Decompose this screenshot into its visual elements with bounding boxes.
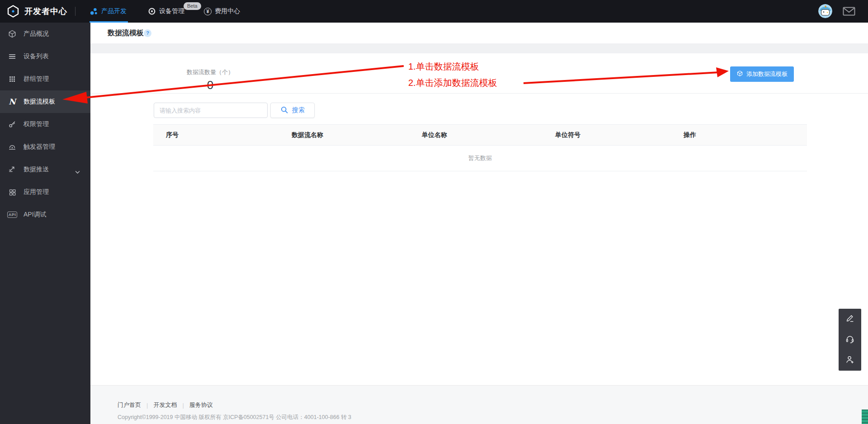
sidebar-item-label: 权限管理 bbox=[24, 120, 49, 128]
footer-link-dev-docs[interactable]: 开发文档 bbox=[153, 401, 177, 409]
column-header-unit-name: 单位名称 bbox=[422, 125, 555, 146]
chevron-down-icon[interactable] bbox=[75, 168, 80, 176]
sidebar-item-device-list[interactable]: 设备列表 bbox=[0, 45, 90, 68]
tab-product-dev[interactable]: 产品开发 bbox=[90, 0, 127, 23]
device-mgmt-icon bbox=[148, 7, 156, 15]
trigger-icon bbox=[6, 142, 18, 151]
search-button[interactable]: 搜索 bbox=[270, 103, 315, 118]
footer-links: 门户首页 | 开发文档 | 服务协议 bbox=[118, 401, 213, 409]
feedback-pencil-button[interactable] bbox=[839, 309, 861, 330]
tab-label: 费用中心 bbox=[215, 7, 240, 15]
pencil-icon bbox=[845, 313, 855, 325]
table-header-row: 序号 数据流名称 单位名称 单位符号 操作 bbox=[153, 125, 807, 146]
main-content: 数据流数量（个） 0 添加数据流模板 搜索 bbox=[90, 53, 868, 385]
search-button-label: 搜索 bbox=[292, 106, 305, 114]
sidebar-item-label: 群组管理 bbox=[24, 75, 49, 83]
empty-state-text: 暂无数据 bbox=[153, 146, 807, 171]
list-icon bbox=[6, 52, 18, 61]
sidebar-item-group-management[interactable]: 群组管理 bbox=[0, 68, 90, 90]
sidebar-item-app-management[interactable]: 应用管理 bbox=[0, 181, 90, 203]
grid-dots-icon bbox=[6, 75, 18, 83]
footer-separator: | bbox=[141, 402, 153, 409]
push-icon bbox=[6, 165, 18, 174]
tab-device-mgmt[interactable]: 设备管理 bbox=[148, 0, 184, 23]
sidebar-item-label: 设备列表 bbox=[24, 52, 49, 61]
product-dev-icon bbox=[90, 7, 98, 16]
active-tab-underline bbox=[90, 21, 128, 23]
support-headset-button[interactable] bbox=[839, 330, 861, 350]
page-header: 数据流模板 ? bbox=[90, 23, 868, 43]
stat-value: 0 bbox=[181, 78, 240, 92]
person-add-icon bbox=[845, 354, 855, 366]
add-button-label: 添加数据流模板 bbox=[746, 70, 788, 78]
sidebar-item-label: 产品概况 bbox=[24, 30, 49, 38]
screen-recorder-artifact bbox=[862, 410, 868, 424]
column-header-unit-symbol: 单位符号 bbox=[555, 125, 684, 146]
key-icon bbox=[6, 120, 18, 129]
sidebar-item-label: 应用管理 bbox=[24, 188, 49, 196]
brand-logo-icon[interactable] bbox=[6, 5, 20, 18]
datastream-table: 序号 数据流名称 单位名称 单位符号 操作 暂无数据 bbox=[153, 124, 807, 171]
cube-icon bbox=[6, 29, 18, 38]
cube-add-icon bbox=[736, 70, 743, 78]
nav-divider bbox=[75, 7, 75, 16]
penguin-avatar[interactable] bbox=[818, 4, 832, 18]
copyright-text: Copyright©1999-2019 中国移动 版权所有 京ICP备05002… bbox=[118, 414, 351, 421]
sidebar-item-trigger-management[interactable]: 触发器管理 bbox=[0, 136, 90, 158]
fee-icon: ¥ bbox=[204, 8, 212, 15]
app-grid-icon bbox=[6, 188, 18, 197]
footer-link-service-agreement[interactable]: 服务协议 bbox=[189, 401, 213, 409]
sidebar-item-product-overview[interactable]: 产品概况 bbox=[0, 23, 90, 45]
top-navbar: 开发者中心 产品开发 设备管理 Beta bbox=[0, 0, 868, 23]
headset-icon bbox=[845, 334, 855, 346]
column-header-name: 数据流名称 bbox=[292, 125, 422, 146]
footer-link-portal-home[interactable]: 门户首页 bbox=[118, 401, 141, 409]
sidebar-item-label: 触发器管理 bbox=[24, 143, 55, 151]
datastream-count-stat: 数据流数量（个） 0 bbox=[181, 68, 240, 92]
column-header-index: 序号 bbox=[153, 125, 292, 146]
help-icon[interactable]: ? bbox=[144, 29, 151, 37]
sidebar-item-datastream-template[interactable]: N 数据流模板 bbox=[0, 90, 90, 113]
sidebar-item-label: 数据流模板 bbox=[24, 98, 55, 106]
sidebar-item-api-debug[interactable]: API API调试 bbox=[0, 203, 90, 226]
page-title: 数据流模板 bbox=[108, 23, 144, 43]
sidebar-item-label: API调试 bbox=[24, 211, 47, 219]
search-icon bbox=[280, 106, 288, 115]
annotation-step2: 2.单击添加数据流模板 bbox=[408, 77, 497, 89]
stat-label: 数据流数量（个） bbox=[181, 68, 240, 76]
add-datastream-template-button[interactable]: 添加数据流模板 bbox=[730, 66, 794, 82]
floating-tool-panel bbox=[839, 309, 861, 371]
api-icon: API bbox=[6, 212, 18, 218]
n-icon: N bbox=[6, 97, 18, 106]
footer-separator: | bbox=[177, 402, 189, 409]
sidebar-item-data-push[interactable]: 数据推送 bbox=[0, 158, 90, 181]
annotation-step1: 1.单击数据流模板 bbox=[408, 61, 479, 73]
column-header-actions: 操作 bbox=[684, 125, 807, 146]
tab-label: 产品开发 bbox=[101, 7, 127, 15]
table-empty-row: 暂无数据 bbox=[153, 146, 807, 171]
page-footer: 门户首页 | 开发文档 | 服务协议 Copyright©1999-2019 中… bbox=[90, 385, 868, 424]
search-input[interactable] bbox=[154, 103, 268, 118]
mail-icon[interactable] bbox=[843, 7, 855, 16]
brand-name[interactable]: 开发者中心 bbox=[24, 0, 67, 23]
add-contact-button[interactable] bbox=[839, 350, 861, 371]
tab-fee-center[interactable]: ¥ 费用中心 bbox=[204, 0, 240, 23]
app-screen: 开发者中心 产品开发 设备管理 Beta bbox=[0, 0, 868, 424]
beta-badge: Beta bbox=[184, 2, 201, 10]
sidebar-item-permission-management[interactable]: 权限管理 bbox=[0, 113, 90, 136]
tab-label: 设备管理 bbox=[159, 7, 184, 15]
sidebar-item-label: 数据推送 bbox=[24, 165, 49, 174]
sidebar-nav: 产品概况 设备列表 群组管理 N 数据流模板 bbox=[0, 23, 90, 424]
